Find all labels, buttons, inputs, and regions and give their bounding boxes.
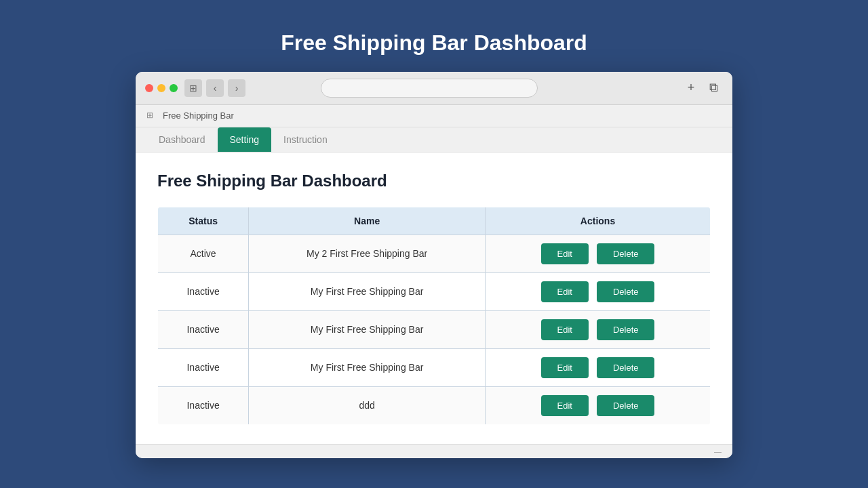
cell-status: Active [158,235,249,272]
action-buttons: EditDelete [496,319,699,340]
cell-status: Inactive [158,272,249,310]
action-buttons: EditDelete [496,281,699,302]
edit-button[interactable]: Edit [541,319,589,340]
edit-button[interactable]: Edit [541,243,589,264]
cell-name: ddd [249,386,486,424]
table-row: InactivedddEditDelete [158,386,711,424]
browser-controls: ⊞ ‹ › [184,79,245,97]
cell-actions: EditDelete [486,310,711,348]
traffic-light-red[interactable] [145,84,153,92]
col-header-name: Name [249,207,486,235]
delete-button[interactable]: Delete [597,319,655,340]
cell-actions: EditDelete [486,386,711,424]
cell-status: Inactive [158,348,249,386]
content-title: Free Shipping Bar Dashboard [157,171,711,190]
new-tab-button[interactable]: + [682,79,700,97]
table-row: ActiveMy 2 First Free Shipping BarEditDe… [158,235,711,272]
delete-button[interactable]: Delete [597,357,655,378]
browser-window: ⊞ ‹ › + ⧉ ⊞ Free Shipping Bar Dashboard … [136,72,732,458]
tab-instruction[interactable]: Instruction [271,127,340,152]
cell-status: Inactive [158,386,249,424]
action-buttons: EditDelete [496,357,699,378]
tab-bar: Dashboard Setting Instruction [136,127,732,152]
cell-name: My First Free Shipping Bar [249,272,486,310]
cell-actions: EditDelete [486,348,711,386]
data-table: Status Name Actions ActiveMy 2 First Fre… [157,207,711,425]
tab-setting[interactable]: Setting [218,127,272,152]
edit-button[interactable]: Edit [541,281,589,302]
cell-name: My First Free Shipping Bar [249,310,486,348]
action-buttons: EditDelete [496,395,699,416]
table-row: InactiveMy First Free Shipping BarEditDe… [158,348,711,386]
tab-dashboard[interactable]: Dashboard [146,127,218,152]
delete-button[interactable]: Delete [597,281,655,302]
cell-actions: EditDelete [486,272,711,310]
col-header-actions: Actions [486,207,711,235]
browser-chrome: ⊞ ‹ › + ⧉ [136,72,732,105]
url-bar[interactable] [321,79,538,98]
delete-button[interactable]: Delete [597,395,655,416]
browser-content: Free Shipping Bar Dashboard Status Name … [136,152,732,444]
table-row: InactiveMy First Free Shipping BarEditDe… [158,310,711,348]
cell-name: My First Free Shipping Bar [249,348,486,386]
cell-actions: EditDelete [486,235,711,272]
browser-actions: + ⧉ [682,79,723,97]
breadcrumb: Free Shipping Bar [163,110,234,121]
cell-name: My 2 First Free Shipping Bar [249,235,486,272]
traffic-lights [145,84,178,92]
delete-button[interactable]: Delete [597,243,655,264]
tabs-overview-button[interactable]: ⧉ [705,79,723,97]
sidebar-toggle-button[interactable]: ⊞ [184,79,202,97]
table-row: InactiveMy First Free Shipping BarEditDe… [158,272,711,310]
traffic-light-green[interactable] [170,84,178,92]
forward-button[interactable]: › [228,79,245,97]
action-buttons: EditDelete [496,243,699,264]
nav-icon: ⊞ [146,110,157,121]
col-header-status: Status [158,207,249,235]
edit-button[interactable]: Edit [541,357,589,378]
traffic-light-yellow[interactable] [157,84,165,92]
edit-button[interactable]: Edit [541,395,589,416]
page-title: Free Shipping Bar Dashboard [281,30,587,56]
browser-footer: — [136,444,732,458]
back-button[interactable]: ‹ [206,79,224,97]
browser-nav: ⊞ Free Shipping Bar [136,105,732,127]
cell-status: Inactive [158,310,249,348]
